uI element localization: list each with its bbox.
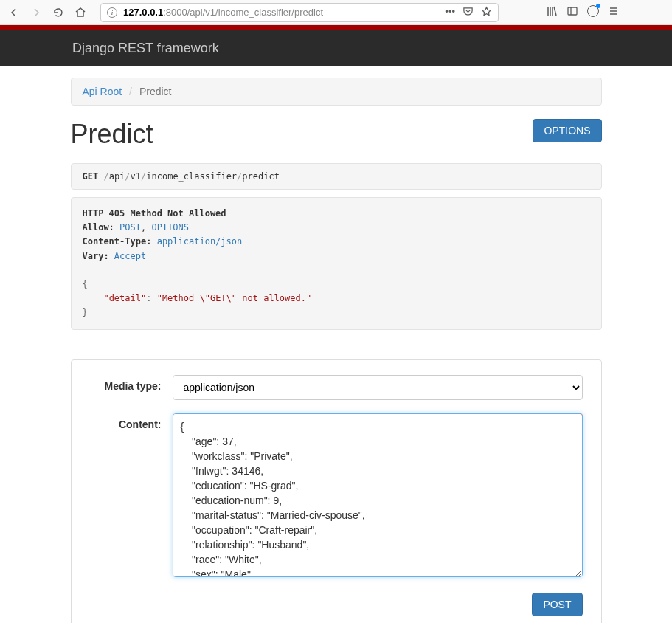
- response-status: HTTP 405 Method Not Allowed: [83, 207, 590, 221]
- forward-button[interactable]: [27, 3, 46, 22]
- reload-button[interactable]: [49, 3, 68, 22]
- star-icon[interactable]: [481, 6, 492, 19]
- options-button[interactable]: OPTIONS: [533, 119, 601, 142]
- page-title: Predict: [71, 119, 153, 150]
- header-allow-key: Allow:: [83, 222, 114, 233]
- content-label: Content:: [90, 413, 173, 579]
- url-bar[interactable]: i 127.0.0.1:8000/api/v1/income_classifie…: [100, 3, 499, 22]
- navbar: Django REST framework: [0, 30, 672, 66]
- media-type-select[interactable]: application/json: [173, 375, 583, 400]
- media-type-label: Media type:: [90, 375, 173, 400]
- breadcrumb-current: Predict: [139, 86, 172, 97]
- browser-toolbar: i 127.0.0.1:8000/api/v1/income_classifie…: [0, 0, 672, 25]
- url-text: 127.0.0.1:8000/api/v1/income_classifier/…: [123, 7, 439, 18]
- breadcrumb-root[interactable]: Api Root: [83, 86, 122, 97]
- brand-link[interactable]: Django REST framework: [72, 41, 219, 56]
- back-button[interactable]: [4, 3, 24, 22]
- library-icon[interactable]: [546, 5, 558, 19]
- more-icon[interactable]: •••: [445, 6, 455, 19]
- header-ct-key: Content-Type:: [83, 236, 152, 247]
- svg-rect-0: [568, 7, 577, 15]
- content-textarea[interactable]: [173, 413, 583, 577]
- request-line: GET /api/v1/income_classifier/predict: [71, 163, 602, 190]
- request-method: GET: [83, 171, 99, 182]
- post-button[interactable]: POST: [532, 593, 582, 616]
- info-icon[interactable]: i: [107, 7, 117, 18]
- breadcrumb-sep: /: [125, 86, 136, 97]
- header-vary-key: Vary:: [83, 251, 109, 261]
- response-panel: HTTP 405 Method Not Allowed Allow: POST,…: [71, 197, 602, 330]
- breadcrumb: Api Root / Predict: [71, 78, 602, 106]
- account-icon[interactable]: [587, 5, 599, 19]
- home-button[interactable]: [71, 3, 90, 22]
- sidebar-icon[interactable]: [567, 5, 578, 19]
- menu-icon[interactable]: [608, 5, 620, 19]
- pocket-icon[interactable]: [463, 6, 474, 19]
- raw-data-form: Media type: application/json Content: PO…: [71, 359, 602, 624]
